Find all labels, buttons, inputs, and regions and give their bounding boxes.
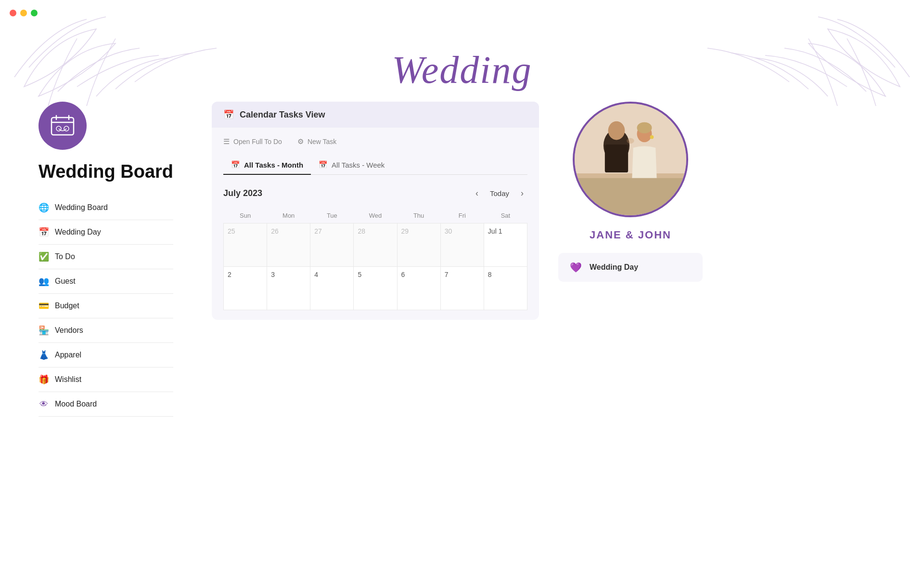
sidebar-item-label: Guest [55, 277, 76, 286]
day-header-wed: Wed [354, 208, 397, 223]
couple-names: JANE & JOHN [590, 229, 671, 241]
vendors-icon: 🏪 [38, 325, 49, 336]
calendar-week-1: 25 26 27 28 29 30 Jul 1 [224, 223, 527, 267]
todo-icon: ✅ [38, 251, 49, 262]
wedding-day-card-icon: 💜 [570, 262, 582, 273]
left-panel: Wedding Board 🌐 Wedding Board 📅 Wedding … [38, 102, 192, 417]
right-panel: JANE & JOHN 💜 Wedding Day [558, 102, 703, 417]
sidebar-item-to-do[interactable]: ✅ To Do [38, 245, 173, 269]
open-full-todo-button[interactable]: ☰ Open Full To Do [223, 137, 282, 146]
calendar-day[interactable]: 8 [484, 267, 527, 310]
sidebar-item-budget[interactable]: 💳 Budget [38, 294, 173, 318]
calendar-day[interactable]: 5 [354, 267, 397, 310]
calendar-day[interactable]: 25 [224, 223, 267, 267]
sidebar-item-label: To Do [55, 252, 75, 261]
calendar-day[interactable]: 27 [310, 223, 354, 267]
sidebar-item-wedding-day[interactable]: 📅 Wedding Day [38, 220, 173, 245]
traffic-lights [10, 10, 38, 16]
sidebar-item-label: Wedding Board [55, 203, 108, 212]
mood-board-icon: 👁 [38, 399, 49, 409]
today-button[interactable]: Today [490, 189, 509, 197]
main-container: Wedding Board 🌐 Wedding Board 📅 Wedding … [0, 102, 924, 417]
page-icon [38, 102, 87, 150]
tab-all-tasks-month[interactable]: 📅 All Tasks - Month [223, 156, 311, 175]
calendar-body: ☰ Open Full To Do ⚙ New Task 📅 All Tasks… [212, 128, 539, 320]
calendar-header: 📅 Calendar Tasks View [212, 102, 539, 128]
calendar-day[interactable]: 3 [267, 267, 310, 310]
day-header-fri: Fri [440, 208, 484, 223]
calendar-day[interactable]: 28 [354, 223, 397, 267]
calendar-day[interactable]: 26 [267, 223, 310, 267]
day-header-tue: Tue [310, 208, 354, 223]
calendar-header-icon: 📅 [223, 109, 234, 120]
prev-month-button[interactable]: ‹ [472, 186, 482, 200]
page-title: Wedding Board [38, 161, 192, 182]
sidebar-item-wishlist[interactable]: 🎁 Wishlist [38, 368, 173, 392]
sidebar-item-wedding-board[interactable]: 🌐 Wedding Board [38, 196, 173, 220]
calendar-tabs: 📅 All Tasks - Month 📅 All Tasks - Week [223, 156, 527, 175]
wishlist-icon: 🎁 [38, 374, 49, 385]
calendar-day[interactable]: 29 [397, 223, 440, 267]
couple-photo-svg [575, 102, 686, 217]
guest-icon: 👥 [38, 276, 49, 287]
svg-point-16 [627, 138, 634, 144]
nav-list: 🌐 Wedding Board 📅 Wedding Day ✅ To Do 👥 … [38, 196, 173, 417]
sidebar-item-apparel[interactable]: 👗 Apparel [38, 343, 173, 368]
calendar-tab-icon: 📅 [231, 160, 240, 169]
wedding-board-icon: 🌐 [38, 202, 49, 213]
day-header-mon: Mon [267, 208, 310, 223]
calendar-toolbar: ☰ Open Full To Do ⚙ New Task [223, 137, 527, 146]
wedding-day-icon: 📅 [38, 227, 49, 237]
sidebar-item-label: Vendors [55, 326, 83, 335]
sidebar-item-label: Wedding Day [55, 228, 101, 236]
calendar-week-2: 2 3 4 5 6 7 8 [224, 267, 527, 310]
svg-point-10 [608, 121, 625, 140]
sidebar-item-guest[interactable]: 👥 Guest [38, 269, 173, 294]
new-task-button[interactable]: ⚙ New Task [297, 137, 336, 146]
sidebar-item-label: Apparel [55, 351, 81, 359]
calendar-grid: Sun Mon Tue Wed Thu Fri Sat 25 26 [223, 208, 527, 310]
calendar-day[interactable]: 7 [440, 267, 484, 310]
close-button[interactable] [10, 10, 16, 16]
sidebar-item-label: Wishlist [55, 375, 81, 384]
sidebar-item-label: Mood Board [55, 400, 97, 408]
calendar-month-title: July 2023 [223, 188, 262, 198]
calendar-header-title: Calendar Tasks View [240, 110, 325, 120]
center-panel: 📅 Calendar Tasks View ☰ Open Full To Do … [212, 102, 539, 417]
calendar-heart-icon [50, 113, 76, 139]
tab-all-tasks-week[interactable]: 📅 All Tasks - Week [311, 156, 392, 175]
wedding-day-card[interactable]: 💜 Wedding Day [558, 253, 703, 282]
wedding-title: Wedding [392, 48, 532, 92]
calendar-day[interactable]: 2 [224, 267, 267, 310]
minimize-button[interactable] [20, 10, 27, 16]
calendar-day[interactable]: 30 [440, 223, 484, 267]
couple-photo [573, 102, 688, 217]
sidebar-item-vendors[interactable]: 🏪 Vendors [38, 318, 173, 343]
calendar-navigation: July 2023 ‹ Today › [223, 186, 527, 200]
svg-rect-11 [605, 144, 628, 172]
maximize-button[interactable] [31, 10, 38, 16]
gear-icon: ⚙ [297, 137, 304, 146]
day-header-sat: Sat [484, 208, 527, 223]
wedding-day-card-label: Wedding Day [590, 263, 638, 272]
day-header-thu: Thu [397, 208, 440, 223]
todo-list-icon: ☰ [223, 137, 230, 146]
calendar-card: 📅 Calendar Tasks View ☰ Open Full To Do … [212, 102, 539, 320]
sidebar-item-label: Budget [55, 302, 79, 310]
calendar-week-icon: 📅 [319, 160, 328, 169]
svg-rect-17 [575, 178, 686, 215]
calendar-day[interactable]: 6 [397, 267, 440, 310]
apparel-icon: 👗 [38, 350, 49, 360]
day-header-sun: Sun [224, 208, 267, 223]
sidebar-item-mood-board[interactable]: 👁 Mood Board [38, 392, 173, 417]
page-header: Wedding [0, 0, 924, 102]
budget-icon: 💳 [38, 301, 49, 311]
calendar-day[interactable]: 4 [310, 267, 354, 310]
svg-point-15 [650, 135, 654, 139]
calendar-nav-controls: ‹ Today › [472, 186, 527, 200]
next-month-button[interactable]: › [517, 186, 527, 200]
svg-point-14 [637, 122, 652, 133]
svg-rect-0 [51, 118, 74, 135]
calendar-day[interactable]: Jul 1 [484, 223, 527, 267]
